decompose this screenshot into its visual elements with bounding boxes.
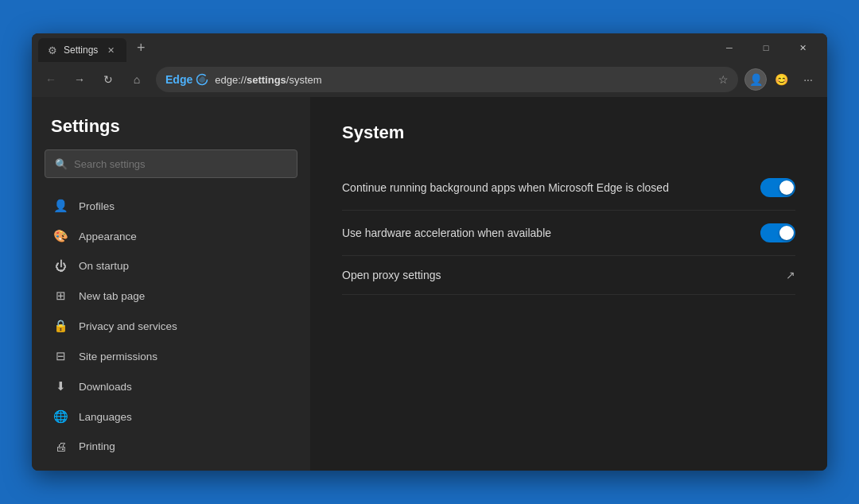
nav-label-site-permissions: Site permissions	[79, 351, 157, 362]
setting-label-background-apps: Continue running background apps when Mi…	[342, 181, 760, 194]
toggle-thumb-hardware-acceleration	[779, 226, 794, 240]
nav-icon-appearance: 🎨	[53, 229, 68, 243]
nav-label-new-tab-page: New tab page	[79, 290, 145, 302]
setting-label-hardware-acceleration: Use hardware acceleration when available	[342, 227, 760, 239]
address-url: edge://settings/system	[215, 74, 712, 86]
sidebar-item-printing[interactable]: 🖨 Printing	[32, 432, 310, 461]
toolbar: ← → ↻ ⌂ Edge edge://settings/system ☆ 👤 …	[32, 62, 827, 97]
setting-label-proxy-settings[interactable]: Open proxy settings	[342, 269, 786, 281]
edge-logo: Edge	[165, 73, 208, 86]
settings-nav: 👤 Profiles 🎨 Appearance ⏻ On startup ⊞ N…	[32, 191, 310, 461]
search-box[interactable]: 🔍	[45, 149, 297, 178]
sidebar-item-new-tab-page[interactable]: ⊞ New tab page	[32, 281, 310, 311]
active-tab[interactable]: ⚙ Settings ✕	[38, 38, 126, 62]
sidebar-item-on-startup[interactable]: ⏻ On startup	[32, 251, 310, 281]
sidebar-item-profiles[interactable]: 👤 Profiles	[32, 191, 310, 221]
nav-label-privacy: Privacy and services	[79, 320, 177, 332]
refresh-button[interactable]: ↻	[95, 67, 121, 92]
setting-row-proxy-settings: Open proxy settings ↗	[342, 256, 795, 295]
section-title: System	[342, 122, 795, 143]
titlebar: ⚙ Settings ✕ + ─ □ ✕	[32, 33, 827, 62]
sidebar-item-downloads[interactable]: ⬇ Downloads	[32, 371, 310, 401]
profile-button[interactable]: 👤	[744, 68, 767, 91]
main-panel: System Continue running background apps …	[310, 97, 827, 471]
nav-icon-privacy: 🔒	[53, 319, 68, 333]
window-controls: ─ □ ✕	[711, 33, 821, 62]
emoji-button[interactable]: 😊	[768, 67, 794, 92]
toggle-background-apps[interactable]	[760, 178, 795, 197]
nav-icon-site-permissions: ⊟	[53, 349, 68, 363]
search-icon: 🔍	[55, 158, 68, 170]
nav-label-appearance: Appearance	[79, 231, 137, 242]
edge-text: Edge	[165, 73, 192, 86]
forward-button[interactable]: →	[67, 67, 92, 92]
home-button[interactable]: ⌂	[124, 67, 150, 92]
nav-label-profiles: Profiles	[79, 200, 115, 212]
nav-icon-on-startup: ⏻	[53, 259, 68, 273]
sidebar-item-appearance[interactable]: 🎨 Appearance	[32, 221, 310, 251]
nav-label-on-startup: On startup	[79, 260, 129, 272]
back-button[interactable]: ←	[38, 67, 64, 92]
setting-row-background-apps: Continue running background apps when Mi…	[342, 165, 795, 211]
setting-row-hardware-acceleration: Use hardware acceleration when available	[342, 211, 795, 256]
settings-list: Continue running background apps when Mi…	[342, 165, 795, 295]
toggle-thumb-background-apps	[779, 180, 794, 195]
nav-label-printing: Printing	[79, 440, 115, 452]
minimize-button[interactable]: ─	[711, 33, 748, 62]
content-area: Settings 🔍 👤 Profiles 🎨 Appearance ⏻ On …	[32, 97, 827, 471]
sidebar-item-privacy[interactable]: 🔒 Privacy and services	[32, 311, 310, 341]
nav-icon-profiles: 👤	[53, 199, 68, 213]
toolbar-right: 👤 😊 ···	[744, 67, 821, 92]
browser-window: ⚙ Settings ✕ + ─ □ ✕ ← → ↻ ⌂ Edge edge:/…	[32, 33, 827, 471]
sidebar: Settings 🔍 👤 Profiles 🎨 Appearance ⏻ On …	[32, 97, 310, 471]
nav-icon-languages: 🌐	[53, 409, 68, 424]
sidebar-title: Settings	[32, 116, 310, 149]
tab-close-button[interactable]: ✕	[104, 44, 117, 56]
external-link-icon-proxy-settings: ↗	[786, 269, 795, 281]
new-tab-button[interactable]: +	[130, 37, 152, 59]
address-bar[interactable]: Edge edge://settings/system ☆	[156, 67, 738, 92]
edge-icon	[196, 73, 208, 86]
tab-title: Settings	[64, 45, 98, 56]
more-button[interactable]: ···	[795, 67, 821, 92]
sidebar-item-languages[interactable]: 🌐 Languages	[32, 401, 310, 432]
nav-label-downloads: Downloads	[79, 381, 132, 393]
nav-label-languages: Languages	[79, 411, 132, 423]
close-button[interactable]: ✕	[784, 33, 821, 62]
toggle-track-hardware-acceleration[interactable]	[760, 223, 795, 242]
nav-icon-printing: 🖨	[53, 440, 68, 453]
search-input[interactable]	[74, 158, 287, 170]
favorite-star[interactable]: ☆	[718, 73, 729, 86]
nav-icon-new-tab-page: ⊞	[53, 289, 68, 303]
settings-tab-icon: ⚙	[48, 45, 57, 56]
maximize-button[interactable]: □	[748, 33, 784, 62]
toggle-hardware-acceleration[interactable]	[760, 223, 795, 242]
toggle-track-background-apps[interactable]	[760, 178, 795, 197]
sidebar-item-site-permissions[interactable]: ⊟ Site permissions	[32, 341, 310, 371]
nav-icon-downloads: ⬇	[53, 379, 68, 394]
